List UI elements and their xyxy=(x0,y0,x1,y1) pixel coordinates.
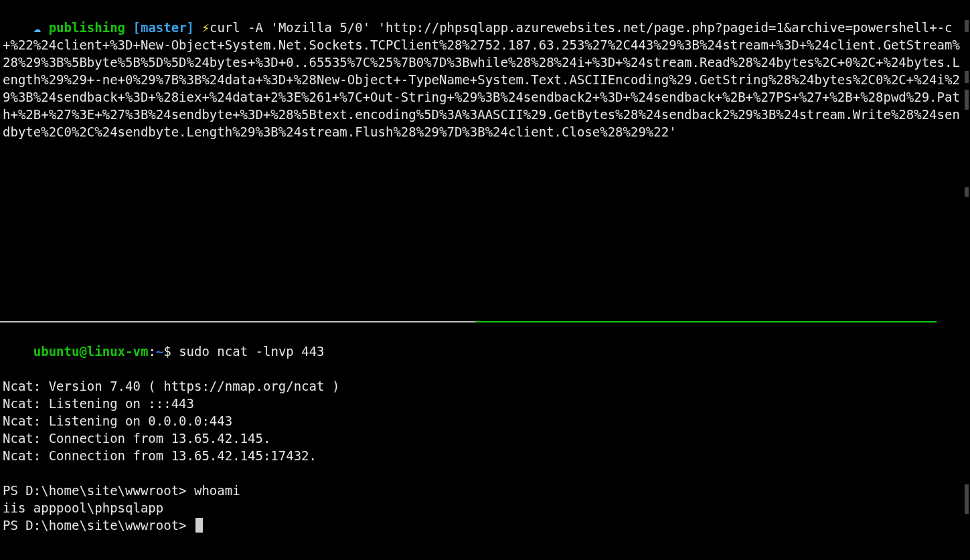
scrollbar-top[interactable] xyxy=(965,20,969,32)
branch-close: ] xyxy=(187,20,194,35)
cloud-icon: ☁ xyxy=(33,20,41,35)
blank-line xyxy=(3,464,967,482)
prompt-at: @ xyxy=(79,344,86,359)
prompt-line[interactable]: ☁ publishing [master] ⚡curl -A 'Mozilla … xyxy=(3,1,967,158)
output-line: Ncat: Listening on :::443 xyxy=(3,395,967,412)
bottom-prompt-line[interactable]: ubuntu@linux-vm:~$ sudo ncat -lnvp 443 xyxy=(3,325,967,377)
git-branch: master xyxy=(141,20,187,35)
branch-open: [ xyxy=(133,20,141,35)
scrollbar-top[interactable] xyxy=(965,71,969,83)
prompt-dollar: $ xyxy=(163,344,179,359)
prompt-path: ~ xyxy=(156,344,163,359)
ps-prompt: PS D:\home\site\wwwroot> xyxy=(3,518,194,533)
terminal-cursor xyxy=(195,518,203,533)
prompt-user: ubuntu xyxy=(33,344,80,359)
scrollbar-top[interactable] xyxy=(965,187,969,197)
output-line: Ncat: Connection from 13.65.42.145. xyxy=(3,430,967,447)
ps-prompt-line[interactable]: PS D:\home\site\wwwroot> xyxy=(3,517,967,534)
prompt-colon: : xyxy=(148,344,155,359)
output-line: Ncat: Connection from 13.65.42.145:17432… xyxy=(3,447,967,464)
bolt-icon: ⚡ xyxy=(202,20,210,35)
terminal-pane-bottom[interactable]: ubuntu@linux-vm:~$ sudo ncat -lnvp 443 N… xyxy=(0,322,970,534)
ps-line[interactable]: PS D:\home\site\wwwroot> whoami xyxy=(3,482,967,499)
prompt-directory: publishing xyxy=(49,20,125,35)
output-line: Ncat: Listening on 0.0.0.0:443 xyxy=(3,412,967,430)
ps-output: iis apppool\phpsqlapp xyxy=(3,499,967,517)
terminal-pane-top[interactable]: ☁ publishing [master] ⚡curl -A 'Mozilla … xyxy=(0,0,970,321)
scrollbar-top[interactable] xyxy=(965,90,969,110)
prompt-host: linux-vm xyxy=(87,344,149,359)
command-text[interactable]: curl -A 'Mozilla 5/0' 'http://phpsqlapp.… xyxy=(3,20,960,139)
output-line: Ncat: Version 7.40 ( https://nmap.org/nc… xyxy=(3,377,967,395)
bottom-command[interactable]: sudo ncat -lnvp 443 xyxy=(179,344,324,359)
scrollbar-bottom[interactable] xyxy=(965,484,969,514)
